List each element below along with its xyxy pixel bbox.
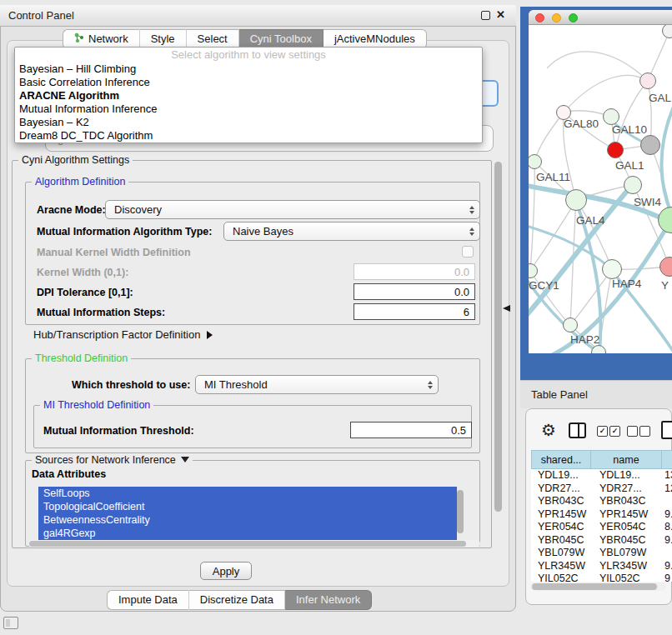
network-node-gal1[interactable] [624,176,642,194]
scrollbar-thumb[interactable] [29,541,466,547]
network-node-salmon[interactable] [659,257,672,277]
mi-steps-label: Mutual Information Steps: [37,307,165,318]
mi-steps-value: 6 [464,306,469,318]
table-row[interactable]: YDR27...YDR27...12 [531,482,672,496]
manual-kernel-label: Manual Kernel Width Definition [37,247,191,258]
attribute-selfloops[interactable]: SelfLoops [38,487,457,500]
table-row[interactable]: YBR043CYBR043C [531,495,672,508]
checked-box-icon[interactable]: ✓ [597,426,608,437]
network-icon [74,30,84,48]
attribute-topologicalcoefficient[interactable]: TopologicalCoefficient [38,500,457,513]
apply-button[interactable]: Apply [200,562,252,580]
table-row[interactable]: YER054CYER054C8. [531,521,672,534]
network-node-gal10[interactable] [603,108,619,125]
network-node-hap2[interactable] [563,318,578,332]
zoom-traffic-light-icon[interactable] [569,13,578,22]
node-table: shared...nameA YDL19...YDL19...13YDR27..… [531,450,672,582]
kernel-width-input[interactable]: 0.0 [354,263,475,280]
checked-box-icon[interactable]: ✓ [609,426,620,437]
network-node-gal4[interactable] [565,189,587,211]
network-node-swi4-big[interactable] [658,207,672,233]
table-cell: YBL079W [531,547,591,560]
aracne-mode-combobox[interactable]: Discovery [105,200,480,219]
table-row[interactable]: YDL19...YDL19...13 [531,469,672,482]
manual-kernel-checkbox[interactable] [462,246,474,258]
network-window[interactable]: GALGAL80GAL10GAL1SWI4GAL11GAL4GCY1HAP4YH… [529,10,672,353]
algorithm-option-aracne-algorithm[interactable]: ARACNE Algorithm [15,89,482,102]
tab-impute-data[interactable]: Impute Data [107,590,189,610]
table-row[interactable]: YPR145WYPR145W9. [531,508,672,522]
network-node-gal11[interactable] [529,154,542,169]
network-window-titlebar[interactable] [529,10,672,25]
settings-legend: Cyni Algorithm Settings [18,154,133,166]
network-node-hap4[interactable] [602,259,622,279]
network-node-gcy1[interactable] [529,263,538,278]
attribute-gal4rgexp[interactable]: gal4RGexp [38,527,457,540]
mi-type-label: Mutual Information Algorithm Type: [37,226,212,238]
split-columns-icon[interactable] [569,422,586,438]
network-node-gray[interactable] [640,135,660,155]
which-threshold-combobox[interactable]: MI Threshold [195,375,439,394]
table-cell: 8. [662,521,672,534]
network-node-red[interactable] [607,142,624,158]
apply-button-label: Apply [213,565,240,578]
unchecked-box-icon[interactable] [639,426,650,437]
network-node-top-cut[interactable] [662,25,672,38]
algorithm-option-bayesian-k2[interactable]: Bayesian – K2 [15,116,482,129]
float-window-icon[interactable] [481,11,490,20]
table-row[interactable]: YIL052CYIL052C9 [531,572,672,582]
aracne-mode-label: Aracne Mode: [37,204,106,216]
close-icon[interactable]: ✕ [496,8,505,21]
algorithm-option-mutual-information-inference[interactable]: Mutual Information Inference [15,102,482,116]
table-cell: YIL052C [531,572,591,582]
mi-type-combobox[interactable]: Naive Bayes [223,222,480,241]
column-header-name[interactable]: name [591,450,662,469]
close-traffic-light-icon[interactable] [535,13,544,22]
algorithm-option-basic-correlation-inference[interactable]: Basic Correlation Inference [15,76,482,89]
algorithm-option-dream8-dc-tdc-algorithm[interactable]: Dream8 DC_TDC Algorithm [15,129,482,142]
tab-infer-network[interactable]: Infer Network [285,590,372,610]
control-panel-titlebar[interactable]: Control Panel [0,5,516,27]
table-row[interactable]: YLR345WYLR345W9. [531,560,672,573]
mi-steps-input[interactable]: 6 [354,303,475,320]
sources-legend[interactable]: Sources for Network Inference [32,454,193,466]
mi-threshold-input[interactable]: 0.5 [350,422,472,438]
sources-horizontal-scrollbar[interactable] [28,540,480,548]
hub-definition-toggle[interactable]: Hub/Transcription Factor Definition [33,328,213,341]
column-header-shared[interactable]: shared... [531,450,591,469]
table-row[interactable]: YBR045CYBR045C9. [531,534,672,548]
table-cell: 9. [662,560,672,573]
data-attributes-list: SelfLoopsTopologicalCoefficientBetweenne… [38,487,457,540]
minimized-panel-icon[interactable] [3,617,18,629]
cyni-bottom-tabs: Impute DataDiscretize DataInfer Network [107,590,372,610]
network-node-gal-pink[interactable] [639,72,656,89]
network-canvas[interactable]: GALGAL80GAL10GAL1SWI4GAL11GAL4GCY1HAP4YH… [529,25,672,353]
scrollbar-thumb[interactable] [532,583,657,590]
table-panel-titlebar[interactable]: Table Panel [520,380,672,408]
dropdown-placeholder: Select algorithm to view settings [15,48,482,62]
algorithm-option-bayesian-hill-climbing[interactable]: Bayesian – Hill Climbing [15,62,482,76]
table-cell: 9. [662,508,672,522]
dpi-tolerance-input[interactable]: 0.0 [354,283,475,300]
table-cell: YER054C [531,521,591,534]
stepper-icon [469,228,474,236]
table-horizontal-scrollbar[interactable] [530,582,666,591]
tab-discretize-data[interactable]: Discretize Data [189,590,285,610]
list-vertical-scrollbar[interactable] [457,490,464,533]
attribute-betweennesscentrality[interactable]: BetweennessCentrality [38,513,457,527]
gear-icon[interactable]: ⚙ [541,422,556,438]
unchecked-box-icon[interactable] [627,426,638,437]
minimize-traffic-light-icon[interactable] [552,13,561,22]
column-header-a[interactable]: A [662,450,672,469]
file-icon[interactable] [661,421,672,439]
mi-type-value: Naive Bayes [233,225,293,238]
tab-label: Cyni Toolbox [250,30,312,48]
hub-definition-label: Hub/Transcription Factor Definition [33,328,200,341]
table-cell [662,547,672,560]
settings-vertical-scrollbar[interactable] [494,162,502,512]
network-node-bottom-cut[interactable] [591,345,606,353]
kernel-width-value: 0.0 [454,266,469,278]
which-threshold-label: Which threshold to use: [72,379,190,391]
table-row[interactable]: YBL079WYBL079W [531,547,672,560]
table-cell: YPR145W [591,508,662,522]
